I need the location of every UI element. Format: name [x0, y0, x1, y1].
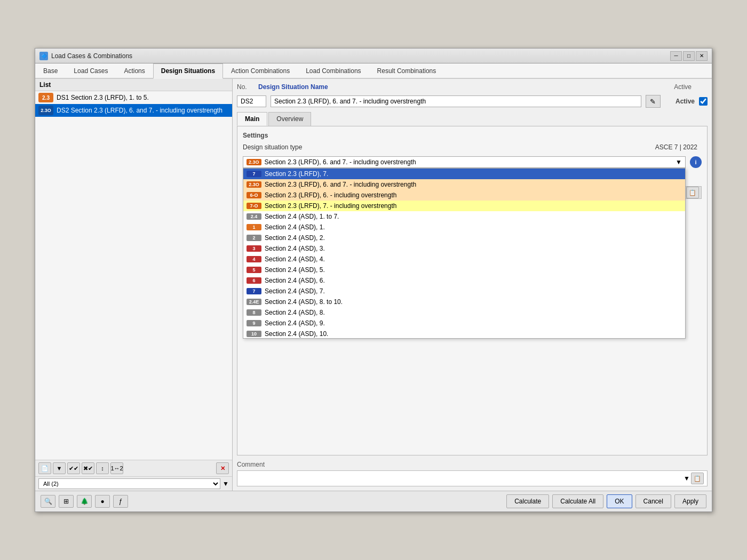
comment-input[interactable]: [241, 475, 684, 482]
item-badge: 2.4: [247, 213, 261, 220]
settings-panel: Settings Design situation type ASCE 7 | …: [237, 126, 708, 455]
design-situation-type-row: Design situation type ASCE 7 | 2022: [243, 143, 702, 151]
dot-icon-button[interactable]: ●: [95, 495, 110, 508]
item-badge: 1: [247, 224, 261, 230]
uncheck-all-button[interactable]: ✖✔: [82, 462, 94, 474]
sub-tab-overview[interactable]: Overview: [268, 112, 311, 126]
search-icon-button[interactable]: 🔍: [41, 495, 55, 508]
item-text: Section 2.4 (ASD), 1.: [265, 223, 325, 231]
item-text: Section 2.4 (ASD), 2.: [265, 234, 325, 242]
titlebar-left: 🔷 Load Cases & Combinations: [39, 52, 132, 60]
list-item[interactable]: 2.3 DS1 Section 2.3 (LRFD), 1. to 5.: [35, 91, 232, 104]
comment-copy-btn[interactable]: 📋: [691, 473, 704, 484]
dropdown-item[interactable]: 2.3O Section 2.3 (LRFD), 6. and 7. - inc…: [243, 179, 685, 190]
close-button[interactable]: ✕: [696, 51, 708, 61]
tab-result-combinations[interactable]: Result Combinations: [369, 63, 444, 78]
new-button[interactable]: 📄: [38, 462, 51, 474]
item-badge: 5: [247, 267, 261, 273]
ds-field-row: ✎ Active: [237, 95, 708, 108]
item-badge: 4: [247, 256, 261, 262]
dropdown-item[interactable]: 4 Section 2.4 (ASD), 4.: [243, 254, 685, 265]
ds-id-input[interactable]: [237, 95, 266, 107]
grid-icon-button[interactable]: ⊞: [59, 495, 74, 508]
left-panel: List 2.3 DS1 Section 2.3 (LRFD), 1. to 5…: [35, 79, 233, 491]
list-items: 2.3 DS1 Section 2.3 (LRFD), 1. to 5. 2.3…: [35, 91, 232, 276]
edit-button[interactable]: ✎: [646, 95, 661, 108]
item-badge: 2.4E: [247, 299, 261, 305]
minimize-button[interactable]: ─: [670, 51, 682, 61]
info-button[interactable]: i: [690, 156, 702, 168]
apply-button[interactable]: Apply: [674, 494, 706, 508]
item-text: Section 2.3 (LRFD), 7.: [265, 170, 328, 178]
comment-chevron-icon: ▼: [684, 475, 690, 482]
dropdown-item[interactable]: 7 Section 2.4 (ASD), 7.: [243, 286, 685, 297]
app-icon: 🔷: [39, 52, 48, 60]
tree-icon-button[interactable]: 🌲: [77, 495, 92, 508]
sub-tabs-row: Main Overview: [237, 112, 708, 126]
item-text: Section 2.4 (ASD), 1. to 7.: [265, 213, 339, 220]
delete-button[interactable]: ✕: [216, 462, 229, 474]
titlebar: 🔷 Load Cases & Combinations ─ □ ✕: [35, 49, 712, 63]
maximize-button[interactable]: □: [683, 51, 695, 61]
sort-button[interactable]: ↕: [96, 462, 109, 474]
filter-select[interactable]: All (2): [38, 478, 220, 489]
tab-base[interactable]: Base: [35, 63, 66, 78]
formula-icon-button[interactable]: ƒ: [113, 495, 128, 508]
header-row: No. Design Situation Name Active: [237, 83, 708, 91]
tab-load-cases[interactable]: Load Cases: [66, 63, 116, 78]
dst-dropdown-selected[interactable]: 2.3O Section 2.3 (LRFD), 6. and 7. - inc…: [243, 156, 686, 168]
item-text: Section 2.4 (ASD), 9.: [265, 319, 325, 327]
new-dropdown-button[interactable]: ▼: [53, 462, 66, 474]
dropdown-item[interactable]: 7-O Section 2.3 (LRFD), 7. - including o…: [243, 201, 685, 211]
ds-name-header: Design Situation Name: [258, 83, 670, 91]
active-checkbox[interactable]: [699, 97, 708, 106]
dropdown-item[interactable]: 6 Section 2.4 (ASD), 6.: [243, 275, 685, 286]
menubar: Base Load Cases Actions Design Situation…: [35, 63, 712, 79]
dropdown-item[interactable]: 7 Section 2.3 (LRFD), 7.: [243, 169, 685, 179]
dropdown-item[interactable]: 8 Section 2.4 (ASD), 8.: [243, 307, 685, 318]
dropdown-item[interactable]: 2.4 Section 2.4 (ASD), 1. to 7.: [243, 211, 685, 222]
comment-label: Comment: [237, 461, 708, 468]
dropdown-item[interactable]: 6-O Section 2.3 (LRFD), 6. - including o…: [243, 190, 685, 201]
dropdown-item[interactable]: 10 Section 2.4 (ASD), 10.: [243, 329, 685, 339]
active-label: Active: [676, 98, 695, 105]
dropdown-item[interactable]: 5 Section 2.4 (ASD), 5.: [243, 265, 685, 275]
item-text: Section 2.4 (ASD), 5.: [265, 266, 325, 274]
item-text: Section 2.4 (ASD), 8.: [265, 309, 325, 316]
dst-dropdown-container: 2.3O Section 2.3 (LRFD), 6. and 7. - inc…: [243, 156, 686, 168]
tab-load-combinations[interactable]: Load Combinations: [298, 63, 369, 78]
calculate-all-button[interactable]: Calculate All: [552, 494, 603, 508]
item-text: Section 2.4 (ASD), 7.: [265, 287, 325, 295]
dropdown-chevron-icon: ▼: [676, 158, 682, 166]
ds-name-input[interactable]: [271, 95, 641, 107]
item-badge: 6-O: [247, 192, 261, 198]
tab-action-combinations[interactable]: Action Combinations: [223, 63, 298, 78]
dropdown-item[interactable]: 1 Section 2.4 (ASD), 1.: [243, 222, 685, 233]
main-window: 🔷 Load Cases & Combinations ─ □ ✕ Base L…: [35, 48, 712, 512]
item-badge: 3: [247, 245, 261, 252]
dropdown-item[interactable]: 2 Section 2.4 (ASD), 2.: [243, 233, 685, 243]
dropdown-item[interactable]: 2.4E Section 2.4 (ASD), 8. to 10.: [243, 297, 685, 307]
sub-tab-main[interactable]: Main: [237, 112, 267, 126]
item-badge-ds2: 2.3O: [38, 106, 53, 115]
item-text: Section 2.3 (LRFD), 6. and 7. - includin…: [265, 181, 416, 188]
dropdown-item[interactable]: 9 Section 2.4 (ASD), 9.: [243, 318, 685, 329]
item-text: Section 2.3 (LRFD), 7. - including overs…: [265, 202, 396, 210]
inclusive-copy-btn[interactable]: 📋: [686, 187, 699, 198]
item-badge: 10: [247, 331, 261, 337]
item-badge: 2.3O: [247, 181, 261, 188]
tab-design-situations[interactable]: Design Situations: [153, 63, 223, 79]
settings-title: Settings: [243, 132, 702, 139]
list-filter: All (2) ▼: [35, 476, 232, 491]
ok-button[interactable]: OK: [607, 494, 632, 508]
calculate-button[interactable]: Calculate: [506, 494, 549, 508]
list-item-selected[interactable]: 2.3O DS2 Section 2.3 (LRFD), 6. and 7. -…: [35, 104, 232, 117]
renumber-button[interactable]: 1↔2: [110, 462, 123, 474]
check-all-button[interactable]: ✔✔: [67, 462, 80, 474]
dst-dropdown-list: 7 Section 2.3 (LRFD), 7. 2.3O Section 2.…: [243, 168, 686, 339]
tab-actions[interactable]: Actions: [116, 63, 153, 78]
dropdown-item[interactable]: 3 Section 2.4 (ASD), 3.: [243, 243, 685, 254]
cancel-button[interactable]: Cancel: [635, 494, 671, 508]
list-toolbar: 📄 ▼ ✔✔ ✖✔ ↕ 1↔2 ✕: [35, 460, 232, 476]
item-label-ds2: DS2 Section 2.3 (LRFD), 6. and 7. - incl…: [57, 107, 222, 114]
